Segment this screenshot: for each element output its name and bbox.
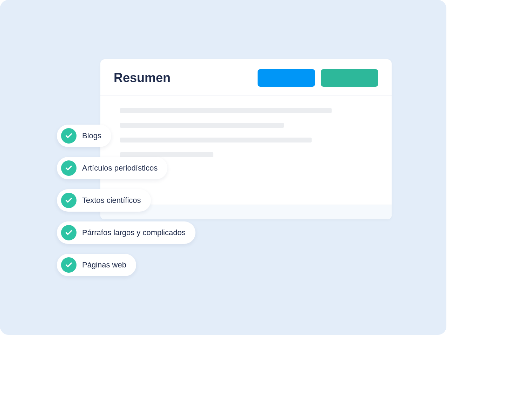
secondary-action-button[interactable] bbox=[321, 69, 378, 87]
card-buttons-group bbox=[258, 69, 378, 87]
check-icon bbox=[61, 160, 77, 176]
placeholder-line bbox=[120, 108, 332, 113]
feature-pill-blogs: Blogs bbox=[57, 125, 111, 147]
pill-label: Blogs bbox=[82, 131, 101, 140]
feature-pill-parrafos: Párrafos largos y complicados bbox=[57, 221, 195, 244]
primary-action-button[interactable] bbox=[258, 69, 315, 87]
feature-pill-paginas: Páginas web bbox=[57, 254, 136, 276]
pill-label: Páginas web bbox=[82, 260, 126, 270]
pill-label: Textos científicos bbox=[82, 196, 141, 205]
feature-pill-textos: Textos científicos bbox=[57, 189, 151, 212]
pill-label: Artículos periodísticos bbox=[82, 164, 158, 173]
pill-label: Párrafos largos y complicados bbox=[82, 228, 186, 237]
card-title: Resumen bbox=[114, 71, 171, 85]
check-icon bbox=[61, 225, 77, 240]
check-icon bbox=[61, 193, 77, 208]
check-icon bbox=[61, 128, 77, 144]
card-header: Resumen bbox=[100, 59, 392, 95]
check-icon bbox=[61, 257, 77, 273]
feature-pills-list: Blogs Artículos periodísticos Textos cie… bbox=[57, 125, 195, 276]
feature-pill-articulos: Artículos periodísticos bbox=[57, 157, 167, 179]
page-background: Resumen Blogs Artículos periodísticos bbox=[0, 0, 446, 335]
